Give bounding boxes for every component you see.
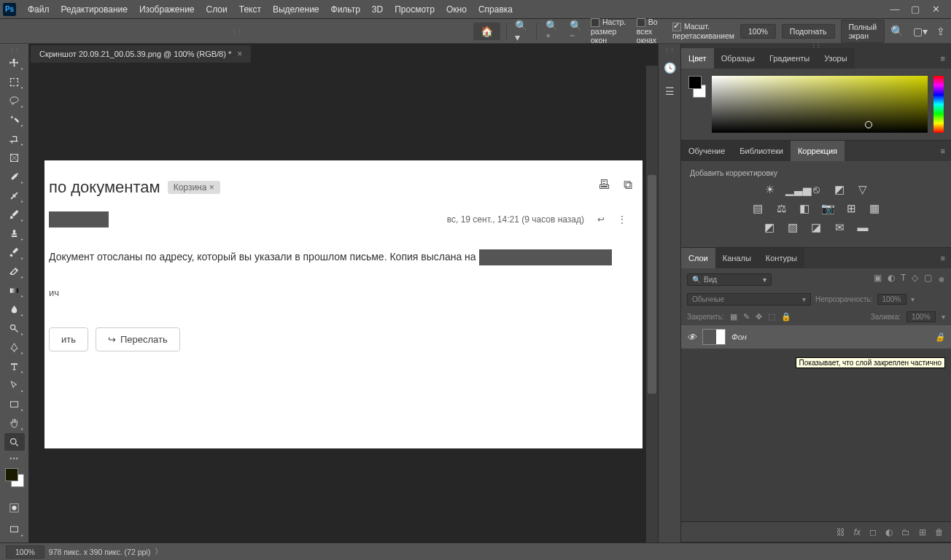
- layer-mask-icon[interactable]: ◻: [869, 527, 877, 537]
- scrubby-zoom-checkbox[interactable]: Масшт. перетаскиванием: [672, 22, 734, 40]
- lock-artboard-icon[interactable]: ⬚: [768, 312, 775, 322]
- zoom-tool-icon[interactable]: 🔍▾: [512, 20, 530, 43]
- lock-pixels-icon[interactable]: ✎: [743, 312, 750, 322]
- exposure-icon[interactable]: ◩: [832, 183, 847, 196]
- layer-filter-input[interactable]: 🔍 Вид▾: [687, 273, 772, 286]
- zoom-out-icon[interactable]: 🔍⁻: [567, 20, 585, 43]
- tab-adjustments[interactable]: Коррекция: [791, 141, 845, 161]
- tab-patterns[interactable]: Узоры: [817, 48, 854, 69]
- workspace-icon[interactable]: ▢▾: [913, 26, 928, 37]
- menu-help[interactable]: Справка: [473, 0, 519, 19]
- menu-view[interactable]: Просмотр: [389, 0, 440, 19]
- filter-toggle[interactable]: ●: [938, 273, 945, 286]
- filter-smart-icon[interactable]: ▢: [924, 273, 932, 286]
- balance-icon[interactable]: ⚖: [774, 202, 788, 215]
- path-select-tool[interactable]: ▸: [4, 376, 25, 394]
- lookup-icon[interactable]: ▦: [867, 202, 882, 215]
- crop-tool[interactable]: ▸: [4, 130, 25, 147]
- color-swatch[interactable]: [5, 468, 24, 487]
- home-button[interactable]: 🏠: [473, 23, 500, 40]
- curves-icon[interactable]: ⎋: [809, 183, 823, 196]
- mixer-icon[interactable]: ⊞: [844, 202, 858, 215]
- lock-transparent-icon[interactable]: ▦: [730, 312, 737, 322]
- stamp-tool[interactable]: ▸: [4, 225, 25, 242]
- posterize-icon[interactable]: ▨: [785, 221, 800, 234]
- levels-icon[interactable]: ▁▃▅: [785, 183, 800, 196]
- zoom-in-icon[interactable]: 🔍⁺: [543, 20, 561, 43]
- drag-handle[interactable]: ⋮⋮: [659, 48, 680, 52]
- drag-handle[interactable]: ⋮⋮: [6, 29, 467, 34]
- history-panel-icon[interactable]: 🕓: [661, 60, 678, 76]
- status-chevron[interactable]: 〉: [155, 547, 163, 557]
- dodge-tool[interactable]: ▸: [4, 319, 25, 337]
- link-layers-icon[interactable]: ⛓: [837, 527, 845, 537]
- menu-text[interactable]: Текст: [233, 0, 267, 19]
- vertical-scrollbar[interactable]: [646, 66, 658, 542]
- fit-screen-button[interactable]: Подогнать: [782, 24, 835, 39]
- panel-menu-icon[interactable]: ≡: [935, 248, 951, 268]
- screen-mode[interactable]: ▸: [4, 521, 25, 538]
- vibrance-icon[interactable]: ▽: [855, 183, 870, 196]
- delete-layer-icon[interactable]: 🗑: [935, 527, 944, 537]
- lasso-tool[interactable]: ▸: [4, 92, 25, 109]
- eraser-tool[interactable]: ▸: [4, 262, 25, 280]
- tab-swatches[interactable]: Образцы: [714, 48, 762, 69]
- hand-tool[interactable]: ▸: [4, 414, 25, 432]
- selective-icon[interactable]: ✉: [832, 221, 847, 234]
- quick-mask[interactable]: [4, 499, 25, 516]
- tab-gradients[interactable]: Градиенты: [762, 48, 817, 69]
- visibility-icon[interactable]: 👁: [687, 332, 696, 343]
- panel-menu-icon[interactable]: ≡: [935, 141, 951, 161]
- tab-channels[interactable]: Каналы: [715, 248, 758, 268]
- adjustment-layer-icon[interactable]: ◐: [885, 527, 893, 537]
- lock-position-icon[interactable]: ✥: [756, 312, 762, 322]
- search-icon[interactable]: 🔍: [890, 25, 904, 38]
- hue-icon[interactable]: ▤: [750, 202, 765, 215]
- tab-paths[interactable]: Контуры: [758, 248, 804, 268]
- color-swatch-mini[interactable]: [688, 76, 706, 98]
- color-picker-field[interactable]: [712, 76, 928, 133]
- menu-image[interactable]: Изображение: [133, 0, 201, 19]
- gradient-map-icon[interactable]: ▬: [855, 221, 870, 234]
- edit-toolbar[interactable]: •••: [9, 455, 18, 462]
- photo-filter-icon[interactable]: 📷: [820, 202, 835, 215]
- full-screen-button[interactable]: Полный экран: [841, 20, 885, 43]
- lock-all-icon[interactable]: 🔒: [781, 312, 791, 322]
- hue-slider[interactable]: [933, 76, 944, 133]
- zoom-100-button[interactable]: 100%: [740, 24, 776, 39]
- menu-filter[interactable]: Фильтр: [325, 0, 366, 19]
- bw-icon[interactable]: ◧: [797, 202, 812, 215]
- properties-panel-icon[interactable]: ☰: [661, 83, 678, 99]
- all-windows-checkbox[interactable]: Во всех окнах: [637, 18, 667, 44]
- frame-tool[interactable]: [4, 149, 25, 166]
- document-canvas[interactable]: 🖶 ⧉ по документам Корзина × вс, 19 сент.…: [44, 160, 643, 448]
- group-icon[interactable]: 🗀: [901, 527, 910, 537]
- filter-shape-icon[interactable]: ◇: [912, 273, 918, 286]
- filter-type-icon[interactable]: T: [901, 273, 906, 286]
- maximize-button[interactable]: ▢: [910, 4, 920, 15]
- opacity-input[interactable]: 100%: [877, 294, 907, 305]
- eyedropper-tool[interactable]: ▸: [4, 168, 25, 185]
- menu-3d[interactable]: 3D: [366, 0, 389, 19]
- brightness-icon[interactable]: ☀: [762, 183, 777, 196]
- filter-pixel-icon[interactable]: ▣: [874, 273, 882, 286]
- zoom-tool[interactable]: [4, 433, 25, 451]
- threshold-icon[interactable]: ◪: [809, 221, 823, 234]
- tab-color[interactable]: Цвет: [681, 48, 714, 69]
- layer-thumbnail[interactable]: [702, 329, 726, 345]
- fill-input[interactable]: 100%: [907, 311, 936, 322]
- document-tab[interactable]: Скриншот 20.09.21_00.05.39.png @ 100% (R…: [31, 45, 251, 63]
- gradient-tool[interactable]: ▸: [4, 281, 25, 299]
- minimize-button[interactable]: —: [890, 4, 900, 15]
- toolbar-drag[interactable]: ⋮⋮: [0, 48, 28, 52]
- type-tool[interactable]: ▸: [4, 357, 25, 375]
- tab-libraries[interactable]: Библиотеки: [732, 141, 791, 161]
- layer-item[interactable]: 👁 Фон 🔒: [681, 325, 951, 349]
- menu-edit[interactable]: Редактирование: [55, 0, 133, 19]
- menu-select[interactable]: Выделение: [267, 0, 325, 19]
- heal-tool[interactable]: ▸: [4, 187, 25, 204]
- lock-icon[interactable]: 🔒: [935, 332, 945, 342]
- tab-learn[interactable]: Обучение: [681, 141, 732, 161]
- panel-menu-icon[interactable]: ≡: [935, 48, 951, 69]
- layer-fx-icon[interactable]: fx: [854, 527, 861, 537]
